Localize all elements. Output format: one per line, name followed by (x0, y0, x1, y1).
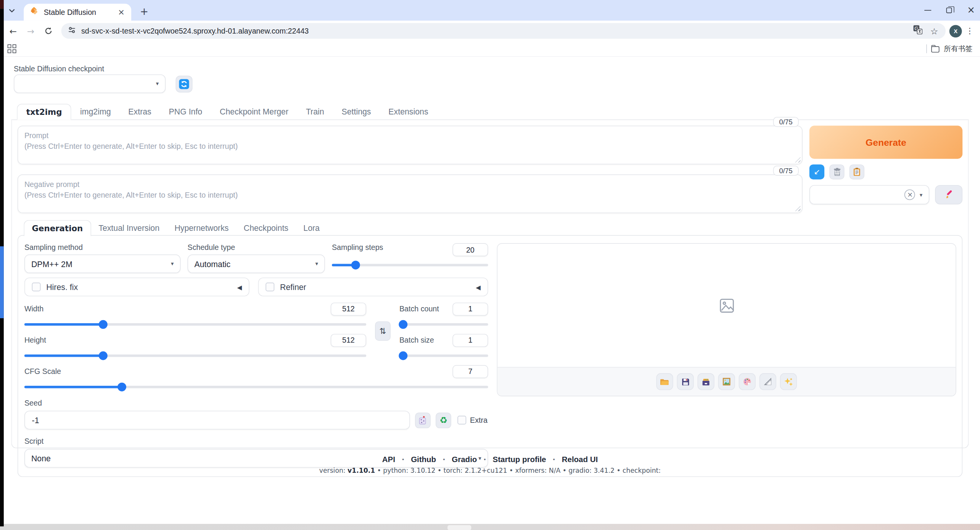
browser-menu-icon[interactable]: ⋮ (966, 26, 974, 36)
cfg-scale-input[interactable]: 7 (452, 365, 488, 378)
footer-link-startup-profile[interactable]: Startup profile (493, 455, 546, 464)
accordion-arrow-icon[interactable]: ◀ (237, 284, 242, 290)
refiner-accordion[interactable]: Refiner ◀ (258, 277, 488, 296)
sampling-method-dropdown[interactable]: DPM++ 2M ▾ (24, 255, 181, 273)
hires-fix-accordion[interactable]: Hires. fix ◀ (24, 277, 249, 296)
schedule-type-dropdown[interactable]: Automatic ▾ (188, 255, 325, 273)
forward-icon[interactable]: → (24, 24, 37, 38)
width-input[interactable]: 512 (331, 302, 366, 315)
edit-styles-button[interactable] (935, 185, 962, 205)
clear-styles-icon[interactable]: × (905, 189, 916, 200)
cfg-scale-slider[interactable] (24, 383, 488, 391)
browser-tab[interactable]: Stable Diffusion × (24, 4, 131, 21)
swap-width-height-button[interactable]: ⇅ (375, 321, 391, 341)
send-to-inpaint-button[interactable] (739, 373, 756, 390)
reuse-seed-button[interactable]: ♻ (436, 412, 451, 428)
generate-button[interactable]: Generate (809, 126, 962, 159)
tab-search-chevron-icon[interactable] (6, 5, 17, 16)
styles-dropdown[interactable]: × ▾ (809, 185, 930, 205)
footer-link-reload-ui[interactable]: Reload UI (562, 455, 598, 464)
tab-textual-inversion[interactable]: Textual Inversion (91, 219, 167, 236)
slider-thumb[interactable] (117, 383, 126, 391)
height-slider[interactable] (24, 351, 366, 360)
tab-close-icon[interactable]: × (116, 7, 126, 17)
address-bar[interactable]: sd-svc-x-sd-test-x-vc2qofwoe524.sproxy.h… (61, 23, 946, 39)
window-restore-icon[interactable] (946, 8, 952, 13)
slider-thumb[interactable] (99, 320, 108, 329)
all-bookmarks-label[interactable]: 所有书签 (944, 44, 972, 54)
save-image-button[interactable] (677, 373, 694, 390)
sampling-steps-slider[interactable] (332, 261, 488, 269)
send-to-extras-button[interactable] (760, 373, 776, 390)
footer-link-github[interactable]: Github (411, 455, 436, 464)
refiner-checkbox[interactable] (266, 283, 274, 292)
checkpoint-dropdown[interactable]: ▾ (14, 74, 166, 93)
tab-png-info[interactable]: PNG Info (160, 103, 211, 119)
hires-fix-checkbox[interactable] (32, 283, 41, 292)
window-controls: × (925, 0, 975, 21)
window-close-icon[interactable]: × (967, 6, 975, 15)
taskbar-item[interactable] (447, 525, 471, 530)
tab-settings[interactable]: Settings (333, 103, 380, 119)
output-image-area[interactable] (497, 244, 956, 367)
sampling-steps-input[interactable]: 20 (452, 243, 488, 256)
send-to-img2img-button[interactable] (718, 373, 735, 390)
height-input[interactable]: 512 (331, 333, 366, 346)
slider-thumb[interactable] (99, 351, 108, 360)
tab-train[interactable]: Train (297, 103, 333, 119)
slider-thumb[interactable] (399, 320, 407, 329)
tab-extras[interactable]: Extras (119, 103, 160, 119)
clear-prompt-button[interactable] (829, 164, 844, 179)
seed-extra-toggle[interactable]: Extra (457, 416, 488, 425)
batch-count-slider[interactable] (399, 320, 488, 329)
tab-checkpoints[interactable]: Checkpoints (236, 219, 296, 236)
slider-thumb[interactable] (351, 261, 360, 269)
seed-extra-checkbox[interactable] (457, 416, 466, 425)
accordion-arrow-icon[interactable]: ◀ (476, 284, 481, 290)
paintbrush-icon (944, 190, 954, 200)
tab-img2img[interactable]: img2img (71, 103, 119, 119)
apps-grid-icon[interactable] (8, 44, 16, 53)
save-zip-button[interactable] (697, 373, 714, 390)
profile-avatar[interactable]: X (949, 25, 962, 37)
tab-checkpoint-merger[interactable]: Checkpoint Merger (211, 103, 297, 119)
tab-lora[interactable]: Lora (296, 219, 327, 236)
negative-prompt-textarea[interactable]: Negative prompt (Press Ctrl+Enter to gen… (18, 174, 803, 213)
random-seed-button[interactable] (415, 412, 431, 428)
tab-txt2img[interactable]: txt2img (17, 104, 71, 120)
upscale-button[interactable] (780, 373, 797, 390)
new-tab-button[interactable]: + (140, 6, 148, 18)
seed-label: Seed (24, 399, 42, 408)
sampling-method-value: DPM++ 2M (31, 259, 171, 269)
apply-styles-button[interactable] (850, 164, 864, 179)
clipboard-icon (853, 168, 861, 176)
reload-icon[interactable] (41, 24, 55, 38)
folder-icon (660, 377, 669, 387)
screen-edge-scrollbar[interactable] (0, 246, 4, 318)
footer-link-api[interactable]: API (382, 455, 395, 464)
batch-size-slider[interactable] (399, 351, 488, 360)
sampling-steps-label: Sampling steps (332, 243, 383, 252)
slider-thumb[interactable] (399, 351, 407, 360)
tab-generation[interactable]: Generation (24, 220, 91, 237)
prompt-placeholder-title: Prompt (24, 130, 796, 141)
refresh-checkpoints-button[interactable] (175, 75, 192, 92)
bookmarks-folder-icon[interactable] (931, 46, 939, 52)
tab-extensions[interactable]: Extensions (380, 103, 437, 119)
site-settings-icon[interactable] (68, 25, 76, 36)
paste-generation-params-button[interactable]: ↙ (809, 164, 824, 179)
batch-count-input[interactable]: 1 (452, 302, 488, 315)
prompt-textarea[interactable]: Prompt (Press Ctrl+Enter to generate, Al… (18, 126, 803, 164)
footer-link-gradio[interactable]: Gradio (452, 455, 477, 464)
batch-size-input[interactable]: 1 (452, 333, 488, 346)
footer-separator: • (443, 456, 445, 462)
window-minimize-icon[interactable] (925, 10, 932, 11)
tab-hypernetworks[interactable]: Hypernetworks (167, 219, 236, 236)
bookmark-star-icon[interactable]: ☆ (930, 26, 938, 36)
browser-titlebar: Stable Diffusion × + × (0, 0, 980, 21)
open-folder-button[interactable] (656, 373, 673, 390)
back-icon[interactable]: ← (6, 24, 20, 38)
seed-input[interactable]: -1 (24, 411, 410, 429)
translate-icon[interactable]: G (913, 25, 923, 37)
width-slider[interactable] (24, 320, 366, 329)
